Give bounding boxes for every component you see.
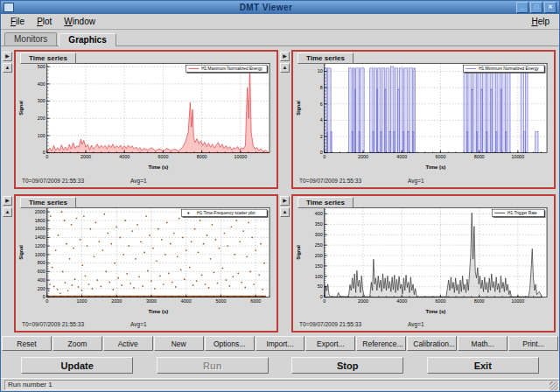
calibration-button[interactable]: Calibration... (407, 336, 457, 351)
import-button[interactable]: Import... (256, 336, 305, 351)
status-bar: Run number 1 (1, 378, 559, 391)
svg-text:600: 600 (38, 269, 46, 274)
svg-text:200: 200 (38, 285, 46, 290)
svg-text:2000: 2000 (35, 209, 46, 214)
svg-text:2000: 2000 (111, 298, 122, 304)
time-series-tab[interactable]: Time series (20, 52, 76, 64)
plot-cell-bottom-right: ▶ ▲ Time series 020004000600080001000005… (280, 194, 556, 333)
avg-label: Avg=1 (408, 321, 424, 327)
svg-text:250: 250 (315, 242, 323, 248)
panel-expand-icon[interactable]: ▶ (280, 196, 290, 206)
action-bar: Update Run Stop Exit (1, 352, 559, 378)
svg-text:400: 400 (38, 277, 46, 283)
svg-text:400: 400 (38, 81, 46, 87)
svg-text:1600: 1600 (35, 226, 46, 231)
svg-text:5000: 5000 (215, 298, 226, 304)
chart-canvas[interactable]: 02000400060008000100000100200300400500Ti… (16, 55, 276, 178)
plot-cell-bottom-left: ▶ ▲ Time series 010002000300040005000600… (3, 194, 278, 333)
menu-plot[interactable]: Plot (31, 16, 58, 27)
svg-text:1000: 1000 (35, 251, 46, 256)
svg-text:100: 100 (315, 273, 323, 278)
export-button[interactable]: Export... (305, 336, 355, 351)
svg-text:6: 6 (320, 102, 323, 107)
panel-up-icon[interactable]: ▲ (3, 207, 12, 217)
svg-text:Time (s): Time (s) (149, 164, 169, 170)
svg-text:2000: 2000 (358, 298, 368, 304)
panel-expand-icon[interactable]: ▶ (280, 52, 290, 61)
svg-text:300: 300 (38, 99, 46, 104)
print-button[interactable]: Print... (508, 336, 558, 351)
svg-text:200: 200 (38, 116, 46, 121)
svg-text:H1:Trigger Rate: H1:Trigger Rate (508, 211, 537, 215)
tab-graphics[interactable]: Graphics (59, 33, 116, 46)
tab-monitors[interactable]: Monitors (4, 32, 57, 46)
maximize-icon[interactable]: □ (530, 2, 542, 13)
panel-up-icon[interactable]: ▲ (280, 207, 290, 217)
stop-button[interactable]: Stop (291, 357, 403, 374)
t0-label: T0=09/07/2009 21:55:33 (22, 321, 84, 327)
panel-expand-icon[interactable]: ▶ (3, 52, 12, 61)
svg-text:Signal: Signal (296, 244, 301, 259)
plot-cell-top-right: ▶ ▲ Time series 020004000600080001000002… (280, 50, 556, 189)
math-button[interactable]: Math... (458, 336, 508, 351)
panel-up-icon[interactable]: ▲ (3, 63, 12, 73)
plot-footer: T0=09/07/2009 21:55:33 Avg=1 (293, 321, 554, 331)
chart-canvas[interactable]: 0100020003000400050006000020040060080010… (16, 200, 276, 322)
new-button[interactable]: New (154, 336, 204, 351)
svg-text:150: 150 (315, 262, 323, 268)
resize-grip-icon[interactable] (550, 382, 558, 390)
svg-text:500: 500 (38, 64, 46, 69)
chart-canvas[interactable]: 0200040006000800010000050100150200250300… (293, 200, 554, 322)
svg-text:2000: 2000 (80, 154, 91, 159)
svg-text:0: 0 (323, 154, 326, 159)
time-series-tab[interactable]: Time series (20, 197, 76, 208)
reference-button[interactable]: Reference... (356, 336, 406, 351)
reset-button[interactable]: Reset (2, 336, 52, 351)
t0-label: T0=09/07/2009 21:55:33 (22, 178, 84, 184)
menu-file[interactable]: File (4, 16, 31, 27)
svg-text:6000: 6000 (435, 298, 445, 304)
menu-window[interactable]: Window (58, 16, 102, 27)
plot-panel: Time series 0200040006000800010000050100… (291, 194, 556, 333)
panel-up-icon[interactable]: ▲ (280, 63, 290, 73)
svg-text:1400: 1400 (35, 234, 46, 240)
time-series-tab[interactable]: Time series (298, 197, 354, 208)
plot-footer: T0=09/07/2009 21:55:33 Avg=1 (293, 178, 554, 187)
update-button[interactable]: Update (21, 357, 133, 374)
svg-text:Signal: Signal (18, 101, 24, 116)
svg-text:1800: 1800 (35, 217, 46, 222)
time-series-tab[interactable]: Time series (298, 52, 354, 64)
zoom-button[interactable]: Zoom (52, 336, 102, 351)
plot-panel: Time series 0200040006000800010000010020… (14, 50, 278, 189)
t0-label: T0=09/07/2009 21:55:33 (299, 178, 361, 184)
svg-text:H1:Maximum Normalized Energy: H1:Maximum Normalized Energy (201, 66, 263, 71)
svg-text:Signal: Signal (296, 101, 301, 116)
minimize-icon[interactable]: _ (516, 2, 528, 13)
svg-text:10000: 10000 (511, 298, 524, 304)
svg-text:400: 400 (315, 211, 323, 216)
panel-expand-icon[interactable]: ▶ (3, 196, 12, 206)
svg-text:10000: 10000 (234, 154, 247, 159)
avg-label: Avg=1 (130, 321, 147, 327)
menu-help[interactable]: Help (525, 16, 556, 27)
svg-text:Time (s): Time (s) (426, 309, 446, 314)
svg-text:Time (s): Time (s) (426, 164, 446, 170)
window-title: DMT Viewer (18, 3, 514, 12)
svg-text:0: 0 (43, 294, 46, 299)
svg-text:8000: 8000 (474, 154, 485, 159)
tab-bar: Monitors Graphics (1, 30, 559, 46)
svg-text:Signal: Signal (18, 244, 24, 259)
svg-text:2: 2 (320, 134, 323, 139)
exit-button[interactable]: Exit (427, 357, 539, 374)
panel-controls: ▶ ▲ (3, 194, 14, 333)
svg-text:100: 100 (38, 133, 46, 138)
svg-text:350: 350 (315, 221, 323, 227)
svg-text:H1:Minimum Normalized Energy: H1:Minimum Normalized Energy (479, 66, 539, 71)
chart-canvas[interactable]: 02000400060008000100000246810Time (s)Sig… (293, 55, 554, 178)
active-button[interactable]: Active (103, 336, 153, 351)
svg-text:6000: 6000 (250, 298, 261, 304)
svg-text:Time (s): Time (s) (149, 309, 169, 314)
options-button[interactable]: Options... (205, 336, 255, 351)
svg-text:0: 0 (43, 150, 46, 156)
close-icon[interactable]: ✕ (544, 2, 556, 13)
